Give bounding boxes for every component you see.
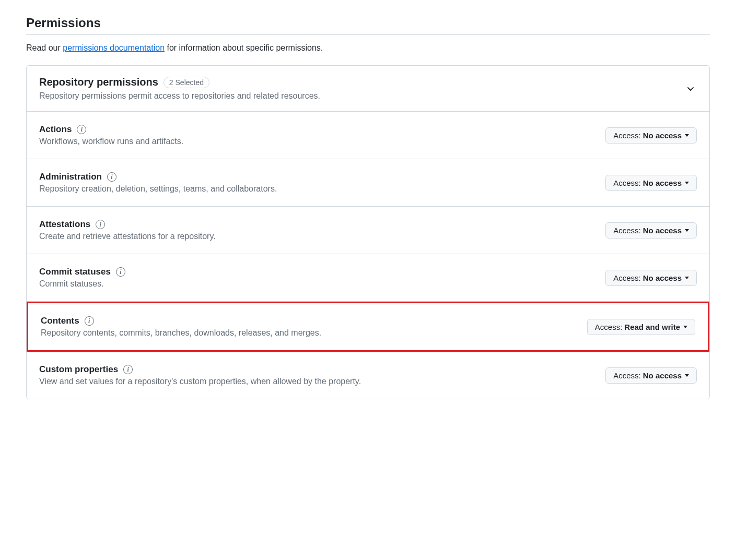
caret-down-icon	[685, 374, 689, 377]
permission-title: Actions	[39, 124, 72, 135]
access-label: Access:	[613, 131, 641, 140]
info-icon[interactable]: i	[96, 220, 105, 229]
info-icon[interactable]: i	[77, 125, 86, 134]
access-label: Access:	[613, 226, 641, 235]
permission-description: Repository contents, commits, branches, …	[41, 328, 587, 338]
access-value: No access	[643, 226, 682, 235]
caret-down-icon	[685, 229, 689, 232]
access-label: Access:	[613, 371, 641, 380]
intro-text: Read our permissions documentation for i…	[26, 43, 710, 53]
access-value: No access	[643, 131, 682, 140]
permission-row-administration: AdministrationiRepository creation, dele…	[27, 159, 709, 207]
access-value: Read and write	[624, 323, 680, 331]
access-value: No access	[643, 273, 682, 282]
permission-row-commit-statuses: Commit statusesiCommit statuses.Access: …	[27, 254, 709, 302]
access-label: Access:	[613, 178, 641, 187]
permission-title: Commit statuses	[39, 267, 111, 277]
access-label: Access:	[613, 273, 641, 282]
caret-down-icon	[685, 182, 689, 184]
permission-row-custom-properties: Custom propertiesiView and set values fo…	[27, 352, 709, 399]
permission-description: View and set values for a repository's c…	[39, 377, 605, 386]
page-title: Permissions	[26, 16, 710, 35]
access-dropdown[interactable]: Access: No access	[605, 367, 697, 384]
caret-down-icon	[683, 326, 687, 328]
permission-description: Repository creation, deletion, settings,…	[39, 184, 605, 194]
caret-down-icon	[685, 277, 689, 279]
access-value: No access	[643, 371, 682, 380]
access-dropdown[interactable]: Access: No access	[605, 175, 697, 191]
access-value: No access	[643, 178, 682, 187]
permission-row-actions: ActionsiWorkflows, workflow runs and art…	[27, 112, 709, 159]
permission-title: Administration	[39, 172, 102, 182]
info-icon[interactable]: i	[123, 365, 133, 374]
chevron-down-icon	[686, 85, 695, 95]
section-title: Repository permissions	[39, 76, 158, 88]
info-icon[interactable]: i	[85, 316, 94, 326]
section-description: Repository permissions permit access to …	[39, 91, 686, 101]
permission-title: Contents	[41, 316, 79, 326]
selected-count-badge: 2 Selected	[163, 77, 209, 88]
info-icon[interactable]: i	[116, 267, 125, 277]
permission-title: Custom properties	[39, 364, 118, 375]
permissions-doc-link[interactable]: permissions documentation	[63, 43, 165, 52]
permission-description: Commit statuses.	[39, 279, 605, 289]
access-dropdown[interactable]: Access: Read and write	[587, 319, 695, 335]
permission-row-contents: ContentsiRepository contents, commits, b…	[27, 302, 709, 352]
access-dropdown[interactable]: Access: No access	[605, 270, 697, 286]
permission-title: Attestations	[39, 219, 90, 230]
permission-description: Create and retrieve attestations for a r…	[39, 232, 605, 241]
caret-down-icon	[685, 134, 689, 137]
permission-row-attestations: AttestationsiCreate and retrieve attesta…	[27, 207, 709, 254]
repository-permissions-header[interactable]: Repository permissions 2 Selected Reposi…	[27, 66, 709, 112]
access-dropdown[interactable]: Access: No access	[605, 222, 697, 239]
intro-suffix: for information about specific permissio…	[165, 43, 323, 52]
access-label: Access:	[595, 323, 623, 331]
intro-prefix: Read our	[26, 43, 63, 52]
permissions-panel: Repository permissions 2 Selected Reposi…	[26, 65, 710, 399]
access-dropdown[interactable]: Access: No access	[605, 127, 697, 144]
permission-description: Workflows, workflow runs and artifacts.	[39, 137, 605, 146]
info-icon[interactable]: i	[107, 172, 116, 182]
